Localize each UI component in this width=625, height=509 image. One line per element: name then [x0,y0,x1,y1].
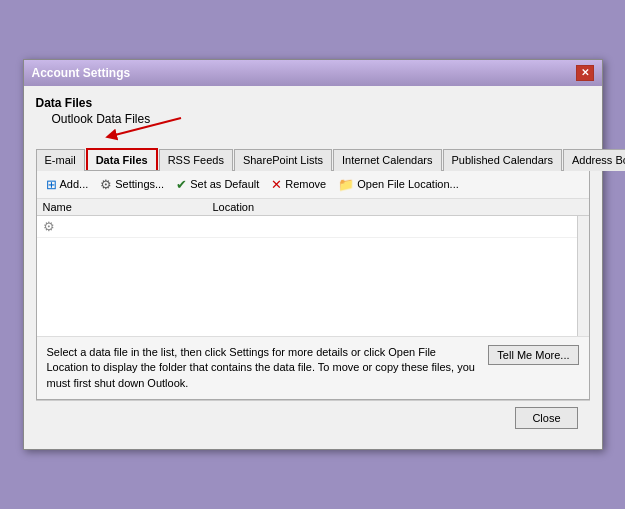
table-header: Name Location [37,199,589,216]
open-file-location-button[interactable]: 📁 Open File Location... [335,175,462,194]
folder-icon: 📁 [338,177,354,192]
tab-content: ⊞ Add... ⚙ Settings... ✔ Set as Default … [36,171,590,400]
tab-rss-feeds[interactable]: RSS Feeds [159,149,233,171]
annotation-arrow [91,114,211,142]
settings-label: Settings... [115,178,164,190]
dialog-body: Data Files Outlook Data Files E-mail Dat… [24,86,602,449]
info-bar: Select a data file in the list, then cli… [37,336,589,399]
remove-button[interactable]: ✕ Remove [268,175,329,194]
close-window-button[interactable]: ✕ [576,65,594,81]
open-file-label: Open File Location... [357,178,459,190]
tab-email[interactable]: E-mail [36,149,85,171]
column-name: Name [43,201,213,213]
checkmark-icon: ✔ [176,177,187,192]
data-files-table: Name Location ⚙ [37,199,589,336]
set-default-label: Set as Default [190,178,259,190]
section-header: Data Files [36,96,590,110]
tab-published-calendars[interactable]: Published Calendars [443,149,563,171]
tabs-container: E-mail Data Files RSS Feeds SharePoint L… [36,148,590,171]
tab-internet-calendars[interactable]: Internet Calendars [333,149,442,171]
title-bar: Account Settings ✕ [24,60,602,86]
table-body[interactable]: ⚙ [37,216,589,336]
file-name-cell: ⚙ [43,219,213,234]
tab-data-files[interactable]: Data Files [86,148,158,170]
settings-icon: ⚙ [100,177,112,192]
remove-label: Remove [285,178,326,190]
toolbar: ⊞ Add... ⚙ Settings... ✔ Set as Default … [37,171,589,199]
svg-line-1 [111,118,181,136]
bottom-bar: Close [36,400,590,437]
tell-me-more-button[interactable]: Tell Me More... [488,345,578,365]
settings-button[interactable]: ⚙ Settings... [97,175,167,194]
close-button[interactable]: Close [515,407,577,429]
info-text: Select a data file in the list, then cli… [47,345,479,391]
column-location: Location [213,201,571,213]
header-spacer [571,201,583,213]
tab-address-books[interactable]: Address Books [563,149,625,171]
account-settings-dialog: Account Settings ✕ Data Files Outlook Da… [23,59,603,450]
add-button[interactable]: ⊞ Add... [43,175,92,194]
remove-icon: ✕ [271,177,282,192]
tab-sharepoint-lists[interactable]: SharePoint Lists [234,149,332,171]
scrollbar[interactable] [577,216,589,336]
section-title: Data Files [36,96,93,110]
file-icon: ⚙ [43,219,55,234]
window-title: Account Settings [32,66,131,80]
add-label: Add... [60,178,89,190]
set-default-button[interactable]: ✔ Set as Default [173,175,262,194]
table-row[interactable]: ⚙ [37,216,589,238]
add-icon: ⊞ [46,177,57,192]
